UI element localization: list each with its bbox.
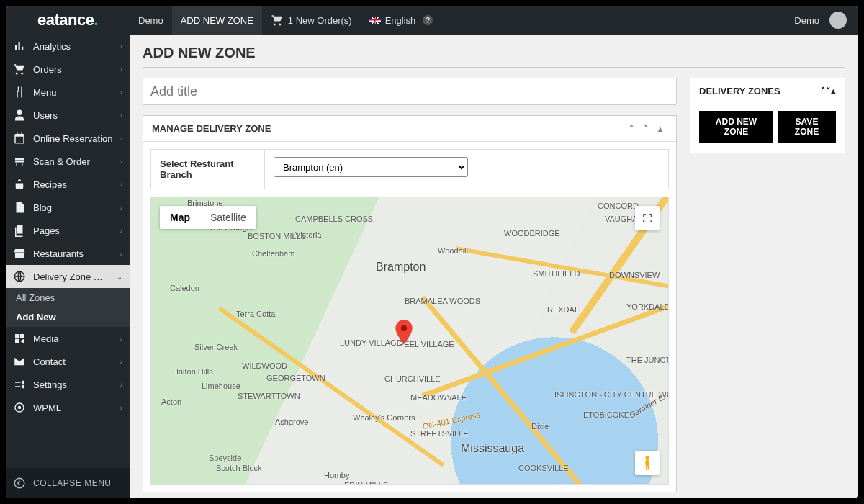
topbar: eatance. Demo ADD NEW ZONE 1 New Order(s… xyxy=(6,6,858,35)
svg-point-5 xyxy=(645,456,649,460)
title-input[interactable] xyxy=(143,78,677,105)
sidebar-item-reservation[interactable]: Online Reservation› xyxy=(6,127,130,150)
cart-icon xyxy=(13,63,26,76)
map-label: Halton Hills xyxy=(173,367,213,376)
map-label: ERIN MILLS xyxy=(344,481,388,485)
wpml-icon xyxy=(13,401,26,414)
sidebar-item-blog[interactable]: Blog› xyxy=(6,196,130,219)
map-label: YORKDALE xyxy=(626,302,669,311)
chevron-right-icon: › xyxy=(120,42,122,50)
sidebar-item-analytics[interactable]: Analytics› xyxy=(6,35,130,58)
branch-select[interactable]: Brampton (en) xyxy=(274,157,468,177)
media-icon xyxy=(13,332,26,345)
map-pin-icon[interactable] xyxy=(395,320,413,346)
map-label: DOWNSVIEW xyxy=(609,271,660,279)
svg-point-2 xyxy=(18,406,22,410)
chevron-right-icon: › xyxy=(120,158,122,166)
map-label: Terra Cotta xyxy=(236,310,275,318)
pages-icon xyxy=(13,224,26,237)
map-label: SMITHFIELD xyxy=(533,269,580,278)
collapse-icon xyxy=(13,477,26,490)
chevron-right-icon: › xyxy=(120,381,122,389)
chevron-right-icon: › xyxy=(120,335,122,343)
panel-down-icon[interactable]: ˅ xyxy=(639,124,653,134)
chevron-right-icon: › xyxy=(120,204,122,212)
map-label: Hornby xyxy=(324,471,349,480)
chevron-down-icon: ⌄ xyxy=(117,273,122,281)
sidebar-item-pages[interactable]: Pages› xyxy=(6,219,130,242)
panel-up-icon[interactable]: ˄ xyxy=(821,86,826,96)
chevron-right-icon: › xyxy=(120,227,122,235)
sidebar-item-users[interactable]: Users› xyxy=(6,104,130,127)
sidebar-item-settings[interactable]: Settings› xyxy=(6,373,130,396)
map[interactable]: Brampton Mississauga GEORGETOWN ETOBICOK… xyxy=(150,197,669,485)
map-label: Whaley's Corners xyxy=(353,413,415,422)
sidebar-item-scan[interactable]: Scan & Order› xyxy=(6,150,130,173)
content-area: ADD NEW ZONE MANAGE DELIVERY ZONE ˄ ˅ ▴ xyxy=(130,35,858,498)
panel-down-icon[interactable]: ˅ xyxy=(826,86,831,96)
map-tab-map[interactable]: Map xyxy=(160,206,200,229)
panel-caret-icon[interactable]: ▴ xyxy=(653,124,667,134)
chevron-right-icon: › xyxy=(120,89,122,96)
map-tab-satellite[interactable]: Satellite xyxy=(200,206,256,229)
map-label-brampton: Brampton xyxy=(376,261,426,274)
map-label: Caledon xyxy=(170,284,199,292)
sidebar-item-menu[interactable]: Menu› xyxy=(6,81,130,104)
panel-caret-icon[interactable]: ▴ xyxy=(831,86,836,96)
branch-label: Select Resturant Branch xyxy=(151,150,265,189)
collapse-menu[interactable]: COLLAPSE MENU xyxy=(6,468,130,498)
pegman-icon[interactable] xyxy=(635,451,660,475)
map-label: BRAMALEA WOODS xyxy=(405,297,480,305)
topbar-user[interactable]: Demo xyxy=(786,12,858,29)
topbar-language[interactable]: English ? xyxy=(361,6,442,35)
map-label: REXDALE xyxy=(547,305,584,314)
sidebar-item-media[interactable]: Media› xyxy=(6,327,130,350)
sidebar-item-delivery-zone[interactable]: Delivery Zone Manager⌄ xyxy=(6,265,130,288)
panel-title: MANAGE DELIVERY ZONE xyxy=(152,123,271,134)
sidebar-item-orders[interactable]: Orders› xyxy=(6,58,130,81)
map-label: Scotch Block xyxy=(216,464,262,472)
calendar-icon xyxy=(13,132,26,145)
map-label: Silver Creek xyxy=(194,343,238,351)
map-label: CHURCHVILLE xyxy=(384,374,441,383)
map-label: STEWARTTOWN xyxy=(238,392,300,400)
sidebar-submenu: All Zones Add New xyxy=(6,288,130,327)
avatar xyxy=(829,12,847,29)
map-label: THE JUNCTION xyxy=(626,356,669,364)
flag-icon xyxy=(369,17,381,24)
map-label: LUNDY VILLAGE xyxy=(340,338,402,347)
map-label: CAMPBELLS CROSS xyxy=(295,215,373,223)
table-icon xyxy=(13,155,26,168)
map-label: Speyside xyxy=(209,454,241,462)
fullscreen-icon[interactable] xyxy=(635,206,660,230)
submenu-add-new[interactable]: Add New xyxy=(6,307,130,327)
sidebar-item-contact[interactable]: Contact› xyxy=(6,350,130,373)
topbar-new-orders[interactable]: 1 New Order(s) xyxy=(262,6,361,35)
panel-up-icon[interactable]: ˄ xyxy=(624,124,639,134)
map-type-control: Map Satellite xyxy=(160,206,256,229)
map-label-mississauga: Mississauga xyxy=(461,442,524,455)
brand-logo[interactable]: eatance. xyxy=(6,11,130,30)
map-label: ETOBICOKE xyxy=(583,410,629,419)
sidebar-item-wpml[interactable]: WPML› xyxy=(6,396,130,419)
submenu-all-zones[interactable]: All Zones xyxy=(6,288,130,307)
svg-rect-6 xyxy=(645,460,649,466)
svg-point-4 xyxy=(401,325,408,331)
mail-icon xyxy=(13,355,26,368)
map-label: WOODBRIDGE xyxy=(504,229,560,238)
chevron-right-icon: › xyxy=(120,358,122,366)
sidebar-item-restaurants[interactable]: Restaurants› xyxy=(6,242,130,265)
chevron-right-icon: › xyxy=(120,135,122,143)
map-label: COOKSVILLE xyxy=(518,464,569,472)
svg-rect-8 xyxy=(648,466,649,470)
map-label: Dixie xyxy=(531,422,549,431)
topbar-current-page[interactable]: ADD NEW ZONE xyxy=(172,6,262,35)
settings-icon xyxy=(13,378,26,391)
help-icon: ? xyxy=(423,15,433,25)
add-new-zone-button[interactable]: ADD NEW ZONE xyxy=(699,111,773,143)
cart-icon xyxy=(271,14,284,27)
svg-point-3 xyxy=(14,478,24,488)
sidebar-item-recipes[interactable]: Recipes› xyxy=(6,173,130,196)
topbar-site-link[interactable]: Demo xyxy=(130,6,172,35)
save-zone-button[interactable]: SAVE ZONE xyxy=(778,111,836,143)
